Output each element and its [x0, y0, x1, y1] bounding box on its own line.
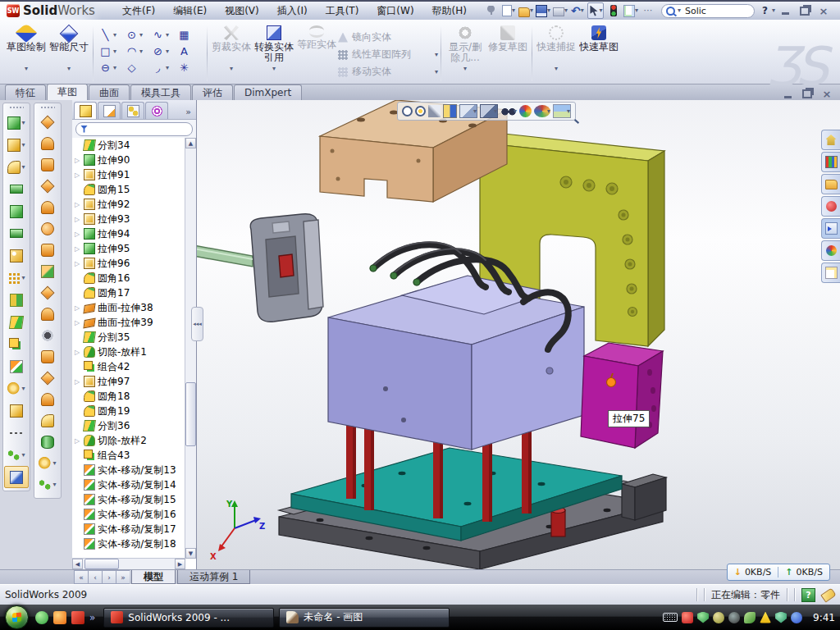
feature-tree-item[interactable]: ▷ 圆角15: [72, 182, 185, 197]
mirror-entities-button[interactable]: 镜向实体: [338, 29, 438, 46]
feature-tree-item[interactable]: ▷ 分割34: [72, 138, 185, 153]
solidworks-quicklaunch-icon[interactable]: [71, 611, 84, 624]
tab-nav-button[interactable]: ›: [102, 570, 116, 584]
dropdown-arrow-icon[interactable]: ▾: [67, 66, 71, 72]
dropdown-arrow-icon[interactable]: ▾: [52, 460, 56, 467]
quick-snaps-button[interactable]: 快速捕捉 ▾: [535, 23, 578, 81]
feature-tree-item[interactable]: ▷ 实体-移动/复制18: [72, 536, 185, 551]
mold-tool-icon-7[interactable]: [35, 240, 60, 261]
scrollbar-thumb[interactable]: [84, 559, 119, 569]
dropdown-arrow-icon[interactable]: ▾: [25, 66, 28, 72]
expand-arrow-icon[interactable]: ▷: [75, 319, 81, 326]
mold-point-icon[interactable]: ▾: [35, 453, 60, 474]
expand-arrow-icon[interactable]: ▷: [75, 171, 81, 179]
model-part-clamp-unit[interactable]: [197, 214, 323, 322]
graphics-viewport[interactable]: Y Z X ▾▾▾▾▾ 拉伸75: [197, 100, 840, 569]
expand-arrow-icon[interactable]: ▷: [75, 201, 81, 208]
dropdown-arrow-icon[interactable]: ▾: [494, 108, 497, 115]
scroll-left-icon[interactable]: ◀: [72, 559, 83, 569]
offset-entities-button[interactable]: 等距实体: [295, 23, 338, 81]
document-tab[interactable]: 运动算例 1: [177, 570, 250, 584]
tree-horizontal-scrollbar[interactable]: ◀ ▶: [72, 558, 185, 569]
feature-tree-item[interactable]: ▷ 拉伸97: [72, 374, 185, 389]
repair-sketch-button[interactable]: 修复草图: [486, 23, 529, 81]
feature-tree-item[interactable]: ▷ 拉伸95: [72, 241, 185, 256]
document-tab[interactable]: 模型: [131, 570, 176, 584]
feature-tree-item[interactable]: ▷ 实体-移动/复制15: [72, 492, 185, 507]
propertymanager-tab[interactable]: [98, 102, 121, 119]
mold-tool-icon-14[interactable]: [35, 389, 60, 410]
save-icon[interactable]: ▾: [536, 3, 550, 18]
search-input[interactable]: [683, 5, 733, 17]
undo-icon[interactable]: ↶▾: [570, 3, 585, 18]
rectangle-icon[interactable]: □▾: [98, 43, 124, 60]
expand-arrow-icon[interactable]: ▷: [75, 245, 81, 253]
restore-button[interactable]: [797, 5, 813, 17]
dropdown-arrow-icon[interactable]: ▾: [113, 32, 116, 39]
resources-home-tab[interactable]: [821, 130, 840, 150]
chevron-down-icon[interactable]: ▾: [678, 7, 681, 14]
dropdown-arrow-icon[interactable]: ▾: [139, 48, 143, 55]
help-dropdown-icon[interactable]: ▾: [772, 7, 775, 14]
mold-tool-icon-10[interactable]: [35, 304, 60, 325]
wizard-hole-icon[interactable]: [4, 244, 29, 267]
configurationmanager-tab[interactable]: [121, 102, 144, 119]
magnified-selection-icon[interactable]: [428, 105, 441, 117]
file-explorer-tab[interactable]: [821, 218, 840, 239]
command-tab[interactable]: 模具工具: [130, 84, 191, 100]
split-icon[interactable]: [4, 311, 29, 333]
circle-icon[interactable]: ⊙▾: [124, 27, 150, 43]
dropdown-arrow-icon[interactable]: ▾: [21, 164, 25, 171]
feature-tree-item[interactable]: ▷ 圆角19: [72, 404, 185, 418]
selection-box-icon[interactable]: ▦: [176, 27, 203, 43]
mold-tool-icon-12[interactable]: [35, 346, 60, 368]
dropdown-arrow-icon[interactable]: ▾: [139, 32, 143, 39]
edit-appearance-icon[interactable]: [519, 105, 532, 117]
power-manager-icon[interactable]: [744, 612, 756, 623]
curve-icon[interactable]: ▾: [4, 444, 29, 466]
feature-tree-item[interactable]: ▷ 圆角16: [72, 271, 185, 285]
menu-item[interactable]: 视图(V): [216, 2, 268, 20]
mold-core-icon[interactable]: [35, 431, 60, 453]
scroll-down-icon[interactable]: ▼: [185, 548, 196, 559]
combine-icon[interactable]: [4, 333, 29, 355]
move-entities-button[interactable]: 移动实体 ▾: [338, 63, 438, 80]
plane-icon[interactable]: [4, 399, 29, 422]
apply-scene-icon[interactable]: ▾: [534, 105, 550, 117]
doc-close-button[interactable]: ×: [819, 88, 835, 100]
feature-tree-item[interactable]: ▷ 分割35: [72, 330, 185, 345]
taskbar-task-button[interactable]: SolidWorks 2009 - ...: [103, 608, 274, 628]
feature-tree-item[interactable]: ▷ 拉伸96: [72, 256, 185, 271]
menu-item[interactable]: 文件(F): [113, 2, 164, 20]
mold-tool-icon-2[interactable]: [35, 133, 60, 154]
minimize-button[interactable]: [778, 5, 794, 17]
new-document-icon[interactable]: ▾: [501, 3, 516, 18]
feature-tree-item[interactable]: ▷ 实体-移动/复制16: [72, 507, 185, 522]
manager-tabs-overflow[interactable]: »: [185, 107, 194, 119]
custom-properties-tab[interactable]: [821, 262, 840, 283]
panel-splitter-handle[interactable]: ◂◂◂: [191, 307, 203, 341]
tree-filter-input[interactable]: [75, 122, 193, 136]
trim-entities-button[interactable]: 剪裁实体 ▾: [210, 23, 253, 81]
tab-nav-button[interactable]: »: [116, 570, 130, 584]
keyboard-layout-icon[interactable]: [663, 613, 678, 622]
mold-tool-icon-9[interactable]: [35, 282, 60, 304]
feature-tree-item[interactable]: ▷ 切除-放样1: [72, 345, 185, 359]
mold-tool-icon-1[interactable]: [35, 112, 60, 133]
dropdown-arrow-icon[interactable]: ▾: [567, 108, 570, 115]
overflow-icon[interactable]: ⋯: [641, 3, 655, 18]
slot-icon[interactable]: ⊖▾: [98, 60, 124, 76]
tab-nav-button[interactable]: ‹: [88, 570, 102, 584]
command-tab[interactable]: 草图: [47, 84, 88, 100]
help-button[interactable]: ?: [760, 5, 769, 16]
feature-tree-item[interactable]: ▷ 圆角18: [72, 389, 185, 404]
dropdown-arrow-icon[interactable]: ▾: [113, 65, 116, 71]
view-settings-icon[interactable]: ▾: [553, 104, 571, 118]
pattern-icon[interactable]: ▾: [4, 267, 29, 289]
feature-tree-item[interactable]: ▷ 拉伸90: [72, 153, 185, 167]
sketch-button[interactable]: 草图绘制 ▾: [5, 23, 48, 81]
instant3d-icon[interactable]: [4, 466, 29, 488]
mold-tool-icon-5[interactable]: [35, 197, 60, 218]
featuremanager-tab[interactable]: [74, 102, 97, 119]
feature-tree-item[interactable]: ▷ 实体-移动/复制13: [72, 463, 185, 477]
